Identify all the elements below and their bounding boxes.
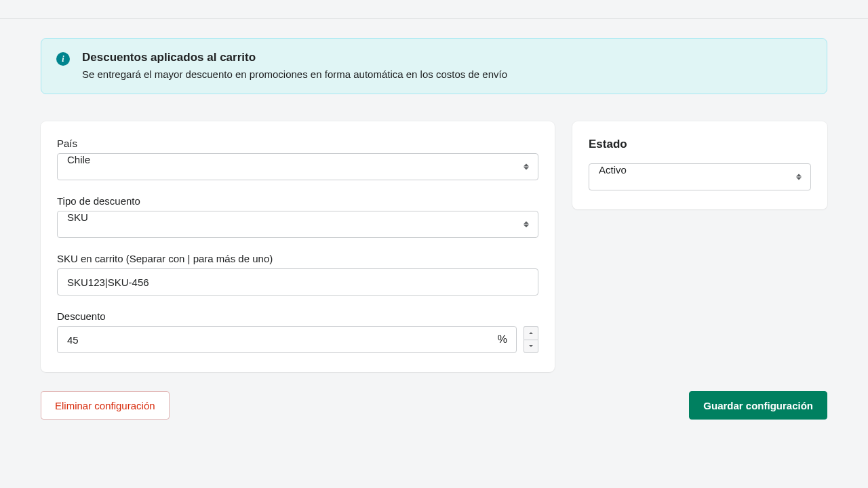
step-down-button[interactable] bbox=[524, 340, 538, 354]
chevron-down-icon bbox=[529, 345, 533, 347]
discount-row: % bbox=[57, 326, 538, 353]
top-bar bbox=[0, 0, 868, 19]
discount-group: Descuento % bbox=[57, 310, 538, 353]
country-select-wrap: Chile bbox=[57, 153, 538, 180]
discount-type-select[interactable]: SKU bbox=[57, 211, 538, 238]
info-icon: i bbox=[56, 52, 70, 66]
footer-actions: Eliminar configuración Guardar configura… bbox=[41, 391, 827, 420]
status-card: Estado Activo bbox=[572, 121, 827, 209]
layout: País Chile Tipo de descuento SKU SKU en … bbox=[41, 121, 827, 372]
discount-stepper bbox=[524, 326, 538, 353]
country-label: País bbox=[57, 138, 538, 149]
discount-input-wrap: % bbox=[57, 326, 517, 353]
info-description: Se entregará el mayor descuento en promo… bbox=[82, 68, 507, 80]
save-button[interactable]: Guardar configuración bbox=[689, 391, 827, 420]
chevron-up-icon bbox=[529, 332, 533, 334]
page-container: i Descuentos aplicados al carrito Se ent… bbox=[41, 19, 827, 440]
status-select-wrap: Activo bbox=[589, 163, 811, 190]
discount-type-label: Tipo de descuento bbox=[57, 195, 538, 207]
sku-group: SKU en carrito (Separar con | para más d… bbox=[57, 253, 538, 296]
discount-type-group: Tipo de descuento SKU bbox=[57, 195, 538, 238]
sku-input[interactable] bbox=[57, 268, 538, 296]
info-banner: i Descuentos aplicados al carrito Se ent… bbox=[41, 38, 827, 94]
status-select[interactable]: Activo bbox=[589, 163, 811, 190]
config-card: País Chile Tipo de descuento SKU SKU en … bbox=[41, 121, 555, 372]
sku-input-wrap bbox=[57, 268, 538, 296]
main-column: País Chile Tipo de descuento SKU SKU en … bbox=[41, 121, 555, 372]
side-column: Estado Activo bbox=[572, 121, 827, 209]
info-title: Descuentos aplicados al carrito bbox=[82, 51, 507, 64]
discount-input[interactable] bbox=[57, 326, 517, 353]
country-group: País Chile bbox=[57, 138, 538, 180]
status-title: Estado bbox=[589, 138, 811, 151]
delete-button[interactable]: Eliminar configuración bbox=[41, 391, 170, 420]
discount-type-select-wrap: SKU bbox=[57, 211, 538, 238]
info-content: Descuentos aplicados al carrito Se entre… bbox=[82, 51, 507, 80]
step-up-button[interactable] bbox=[524, 326, 538, 340]
discount-label: Descuento bbox=[57, 310, 538, 322]
country-select[interactable]: Chile bbox=[57, 153, 538, 180]
sku-label: SKU en carrito (Separar con | para más d… bbox=[57, 253, 538, 264]
